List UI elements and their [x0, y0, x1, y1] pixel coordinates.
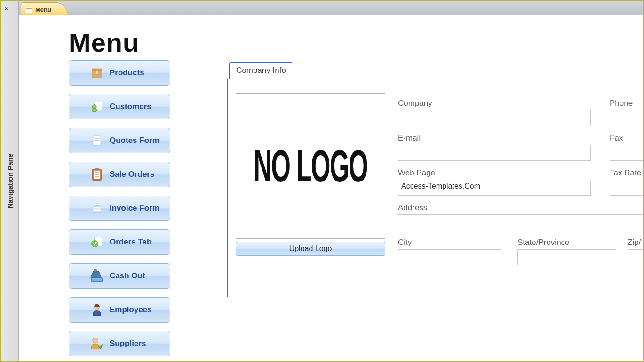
input-email[interactable] [398, 145, 591, 161]
input-zip[interactable] [628, 249, 644, 265]
svg-rect-15 [95, 176, 99, 177]
panel-body: NO LOGO Upload Logo Company E-mail Web P… [227, 79, 644, 297]
svg-rect-20 [94, 211, 100, 212]
menu-quotes-form[interactable]: Quotes Form [69, 128, 170, 153]
menu-sale-orders[interactable]: Sale Orders [69, 162, 170, 187]
menu-label: Quotes Form [110, 136, 159, 145]
svg-rect-9 [94, 142, 98, 142]
clipboard-icon [90, 167, 104, 181]
menu-label: Suppliers [110, 339, 146, 348]
label-phone: Phone [610, 99, 633, 108]
svg-rect-18 [94, 208, 100, 209]
svg-rect-7 [94, 138, 99, 139]
input-city[interactable] [398, 249, 501, 265]
tab-menu[interactable]: Menu [21, 2, 62, 15]
svg-rect-17 [94, 205, 100, 207]
page-title: Menu [69, 27, 139, 58]
menu-label: Products [110, 68, 144, 78]
input-webpage[interactable]: Access-Templates.Com [398, 180, 591, 196]
nav-pane-expand-chevron[interactable]: » [5, 4, 7, 12]
document-icon [90, 134, 104, 148]
label-city: City [398, 238, 412, 247]
cash-register-icon [90, 269, 104, 283]
company-info-panel: Company Info NO LOGO Upload Logo Company… [227, 62, 644, 297]
input-state[interactable] [517, 249, 616, 265]
menu-label: Cash Out [110, 271, 145, 281]
check-doc-icon [90, 235, 104, 249]
input-address[interactable] [398, 214, 644, 230]
employee-icon [90, 303, 104, 317]
label-state: State/Province [517, 238, 570, 247]
menu-label: Customers [110, 102, 151, 111]
document-area: Menu Products Customers Quotes Form Sa [19, 15, 643, 361]
menu-cash-out[interactable]: Cash Out [69, 263, 170, 289]
svg-rect-2 [96, 71, 98, 74]
svg-rect-13 [95, 172, 99, 173]
label-fax: Fax [610, 134, 623, 143]
tab-label: Menu [35, 6, 51, 13]
logo-placeholder-text: NO LOGO [254, 140, 367, 192]
form-icon [25, 7, 32, 13]
logo-placeholder[interactable]: NO LOGO [236, 93, 385, 239]
menu-invoice-form[interactable]: Invoice Form [69, 196, 170, 221]
svg-rect-12 [95, 168, 99, 170]
svg-rect-8 [94, 140, 99, 141]
navigation-pane-rail: » Navigation Pane [1, 1, 19, 361]
input-taxrate[interactable] [610, 180, 644, 196]
menu-label: Invoice Form [110, 204, 159, 213]
svg-rect-5 [92, 109, 97, 112]
menu-label: Orders Tab [110, 237, 151, 247]
input-fax[interactable] [610, 145, 644, 161]
svg-point-25 [93, 338, 98, 344]
label-webpage: Web Page [398, 168, 435, 178]
label-email: E-mail [398, 134, 421, 143]
nav-pane-label[interactable]: Navigation Pane [6, 154, 14, 209]
upload-logo-button[interactable]: Upload Logo [236, 242, 385, 256]
svg-rect-14 [95, 174, 99, 175]
menu-orders-tab[interactable]: Orders Tab [69, 229, 170, 255]
input-phone[interactable] [610, 110, 644, 126]
label-company: Company [398, 99, 432, 108]
label-taxrate: Tax Rate [610, 168, 641, 178]
menu-products[interactable]: Products [69, 60, 170, 86]
person-doc-icon [90, 100, 104, 114]
box-icon [90, 66, 104, 80]
label-zip: Zip/ [628, 238, 641, 247]
table-doc-icon [90, 201, 104, 215]
menu-label: Sale Orders [110, 170, 154, 179]
label-address: Address [398, 203, 427, 212]
svg-rect-23 [94, 270, 96, 272]
menu-employees[interactable]: Employees [69, 297, 170, 323]
tab-strip: Menu [19, 1, 643, 15]
menu-customers[interactable]: Customers [69, 94, 170, 119]
input-company[interactable] [398, 110, 591, 126]
menu-suppliers[interactable]: Suppliers [69, 331, 170, 356]
menu-label: Employees [110, 305, 152, 315]
supplier-icon [90, 337, 104, 351]
menu-column: Products Customers Quotes Form Sale Orde… [69, 60, 170, 362]
svg-rect-19 [94, 209, 100, 210]
panel-tab-company-info[interactable]: Company Info [229, 62, 293, 79]
